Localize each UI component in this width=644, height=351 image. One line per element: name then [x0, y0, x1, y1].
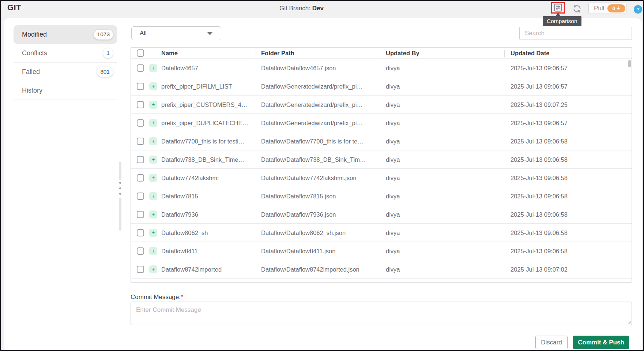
row-checkbox[interactable]	[137, 174, 144, 182]
table-row: Dataflow8411 Dataflow/Dataflow8411.json …	[131, 242, 632, 260]
drag-handle-dots-icon[interactable]	[119, 182, 121, 198]
sidebar-count-badge: 1073	[94, 30, 113, 40]
cell-folder-path: Dataflow/Dataflow8411.json	[261, 242, 382, 260]
sidebar-item[interactable]: Failed 301	[14, 63, 117, 81]
table-row: prefix_piper_DUPLICATECHE… Dataflow/Gene…	[131, 114, 632, 132]
expand-plus-icon[interactable]	[149, 247, 157, 255]
git-branch-label: Git Branch: Dev	[1, 5, 602, 12]
cell-name: Dataflow7936	[161, 205, 256, 224]
table-row: prefix_piper_DIFILM_LIST Dataflow/Genera…	[131, 77, 632, 96]
expand-plus-icon[interactable]	[149, 119, 157, 127]
cell-folder-path: Dataflow/Dataflow7700_this is for te…	[261, 132, 382, 150]
pull-count-badge: 0	[607, 4, 625, 12]
expand-plus-icon[interactable]	[149, 156, 157, 164]
cell-name: Dataflow8742imported	[161, 260, 256, 279]
expand-plus-icon[interactable]	[149, 64, 157, 72]
refresh-button[interactable]	[572, 4, 582, 14]
refresh-icon	[572, 4, 582, 14]
expand-plus-icon[interactable]	[149, 101, 157, 109]
discard-button[interactable]: Discard	[535, 336, 568, 349]
column-separator	[380, 50, 380, 57]
cell-updated-date: 2025-Jul-13 09:06:58	[511, 205, 628, 224]
cell-folder-path: Dataflow/Dataflow8062_sh.json	[261, 224, 382, 242]
commit-label-text: Commit Message:	[131, 294, 181, 300]
required-asterisk: *	[181, 294, 183, 300]
pull-count: 0	[612, 5, 615, 11]
search-input[interactable]	[519, 27, 632, 40]
cell-folder-path: Dataflow/Dataflow4657.json	[261, 59, 382, 77]
cell-folder-path: Dataflow/Generatedwizard/prefix_pi…	[261, 114, 382, 132]
pull-label: Pull	[594, 5, 604, 12]
cell-name: Dataflow8062_sh	[161, 224, 256, 242]
column-separator	[256, 50, 256, 57]
cell-updated-by: divya	[386, 77, 496, 96]
chevron-down-icon	[207, 32, 213, 35]
column-header-updated-date: Updated Date	[511, 48, 549, 59]
row-checkbox[interactable]	[137, 247, 144, 255]
column-header-folder-path: Folder Path	[261, 48, 294, 59]
row-checkbox[interactable]	[137, 119, 144, 127]
sidebar-item[interactable]: History	[14, 81, 117, 100]
branch-label: Git Branch:	[279, 5, 310, 12]
row-checkbox[interactable]	[137, 211, 144, 218]
row-checkbox[interactable]	[137, 101, 144, 108]
cell-folder-path: Dataflow/Generatedwizard/prefix_pi…	[261, 96, 382, 114]
row-checkbox[interactable]	[137, 193, 144, 200]
cell-name: Dataflow4657	[161, 59, 256, 77]
cell-folder-path: Dataflow/Dataflow738_DB_Sink_Tim…	[261, 150, 382, 169]
cell-updated-by: divya	[386, 205, 496, 224]
table-row: Dataflow7700_this is for testi… Dataflow…	[131, 132, 632, 150]
commit-message-input[interactable]	[131, 302, 632, 325]
sidebar-item-label: Modified	[22, 31, 94, 38]
table-row: Dataflow7815 Dataflow/Dataflow7815.json …	[131, 187, 632, 205]
expand-plus-icon[interactable]	[149, 137, 157, 145]
cell-folder-path: Dataflow/Dataflow7815.json	[261, 187, 382, 205]
commit-message-label: Commit Message:*	[131, 294, 183, 301]
table-row: Dataflow7742lakshmi Dataflow/Dataflow774…	[131, 169, 632, 187]
row-checkbox[interactable]	[137, 64, 144, 72]
expand-plus-icon[interactable]	[149, 265, 157, 273]
table-scrollbar-thumb[interactable]	[628, 60, 631, 67]
expand-plus-icon[interactable]	[149, 174, 157, 182]
sidebar: Modified 1073 Conflicts 1 Failed 301 His…	[14, 25, 117, 100]
sidebar-count-badge: 1	[103, 48, 113, 58]
expand-plus-icon[interactable]	[149, 210, 157, 219]
table-row: Dataflow738_DB_Sink_Time… Dataflow/Dataf…	[131, 150, 632, 169]
sidebar-item-label: Failed	[22, 68, 97, 76]
cell-updated-by: divya	[386, 169, 496, 187]
filter-dropdown[interactable]: All	[131, 26, 221, 40]
row-checkbox[interactable]	[137, 229, 144, 236]
table-row: Dataflow4657 Dataflow/Dataflow4657.json …	[131, 59, 632, 77]
cell-updated-date: 2025-Jul-13 09:06:58	[511, 224, 628, 242]
row-checkbox[interactable]	[137, 138, 144, 145]
help-icon[interactable]: ?	[634, 5, 642, 14]
commit-and-push-button[interactable]: Commit & Push	[573, 336, 629, 349]
expand-plus-icon[interactable]	[149, 192, 157, 200]
cell-updated-by: divya	[386, 96, 496, 114]
cell-updated-date: 2025-Jul-13 09:07:02	[511, 260, 628, 279]
cell-updated-date: 2025-Jul-13 09:07:25	[511, 96, 628, 114]
cell-updated-by: divya	[386, 224, 496, 242]
row-checkbox[interactable]	[137, 156, 144, 163]
expand-plus-icon[interactable]	[149, 82, 157, 90]
sidebar-item[interactable]: Modified 1073	[14, 25, 117, 44]
filter-value: All	[140, 30, 147, 37]
comparison-button[interactable]	[551, 2, 565, 14]
cell-updated-by: divya	[386, 242, 496, 260]
table-row: prefix_piper_CUSTOMERS_4… Dataflow/Gener…	[131, 96, 632, 114]
table-row: Dataflow7936 Dataflow/Dataflow7936.json …	[131, 205, 632, 224]
cell-updated-by: divya	[386, 187, 496, 205]
row-checkbox[interactable]	[137, 83, 144, 90]
pull-button[interactable]: Pull 0	[588, 3, 626, 14]
expand-plus-icon[interactable]	[149, 229, 157, 237]
content-panel: Modified 1073 Conflicts 1 Failed 301 His…	[4, 18, 642, 351]
sidebar-item-label: History	[22, 87, 113, 94]
cell-folder-path: Dataflow/Dataflow7936.json	[261, 205, 382, 224]
cell-name: Dataflow7815	[161, 187, 256, 205]
sidebar-item[interactable]: Conflicts 1	[14, 44, 117, 63]
column-separator	[504, 50, 505, 57]
row-checkbox[interactable]	[137, 266, 144, 273]
pull-down-arrow-icon	[616, 6, 621, 11]
branch-name: Dev	[312, 5, 324, 12]
select-all-checkbox[interactable]	[137, 49, 144, 57]
